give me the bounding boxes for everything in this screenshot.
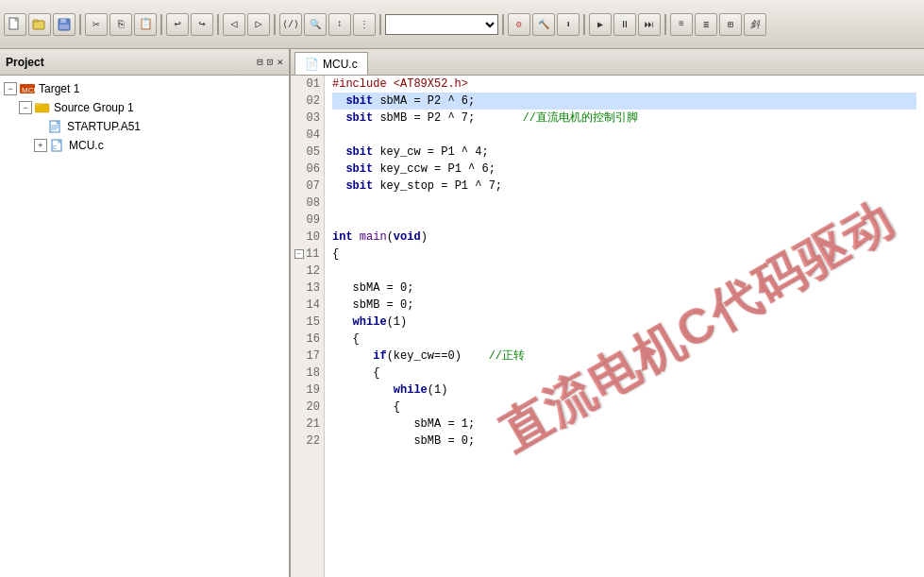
line-num-12: 12 — [291, 263, 324, 280]
code-line-02: sbit sbMA = P2 ^ 6; — [332, 93, 916, 110]
toolbar-btn-debug1[interactable]: ▶ — [589, 13, 612, 36]
code-line-15: while(1) — [332, 314, 916, 331]
line-num-14: 14 — [291, 297, 324, 314]
target-dropdown[interactable]: Target 1 — [385, 14, 498, 35]
source-group-label: Source Group 1 — [54, 101, 134, 114]
project-pin-icon[interactable]: ⊟ — [257, 56, 263, 68]
toolbar-btn-8[interactable]: ⋮ — [353, 13, 376, 36]
svg-text:C: C — [53, 144, 58, 150]
fold-marker-11[interactable]: − — [294, 249, 304, 259]
line-num-10: 10 — [291, 229, 324, 246]
svg-text:MCU: MCU — [22, 86, 35, 94]
toolbar-sep4 — [274, 14, 276, 35]
code-lines[interactable]: #include <AT89X52.h> sbit sbMA = P2 ^ 6;… — [325, 76, 924, 577]
code-line-07: sbit key_stop = P1 ^ 7; — [332, 178, 916, 195]
svg-rect-6 — [59, 25, 69, 29]
toolbar-sep8 — [664, 14, 666, 35]
code-line-20: { — [332, 399, 916, 416]
line-num-17: 17 — [291, 348, 324, 365]
line-num-13: 13 — [291, 280, 324, 297]
toolbar-btn-align3[interactable]: ⊞ — [719, 13, 742, 36]
code-area[interactable]: 01 02 03 04 05 06 07 08 09 10 − 11 12 13 — [291, 76, 924, 577]
tree-expand-source-group[interactable]: − — [19, 101, 32, 114]
toolbar-btn-6[interactable]: 🔍 — [304, 13, 327, 36]
tree-expand-mcu[interactable]: + — [34, 139, 47, 152]
line-num-06: 06 — [291, 161, 324, 178]
tree-item-target1[interactable]: − MCU Target 1 — [4, 79, 285, 98]
code-panel: 📄 MCU.c 01 02 03 04 05 06 07 08 09 10 — [291, 49, 924, 577]
startup-label: STARTUP.A51 — [67, 120, 141, 133]
line-num-04: 04 — [291, 127, 324, 144]
toolbar-sep5 — [379, 14, 381, 35]
code-line-05: sbit key_cw = P1 ^ 4; — [332, 144, 916, 161]
toolbar-sep1 — [79, 14, 81, 35]
line-numbers: 01 02 03 04 05 06 07 08 09 10 − 11 12 13 — [291, 76, 325, 577]
toolbar-btn-align4[interactable]: 斜 — [744, 13, 766, 36]
line-num-11: − 11 — [291, 246, 324, 263]
line-num-15: 15 — [291, 314, 324, 331]
project-float-icon[interactable]: ⊡ — [267, 56, 274, 68]
code-line-13: sbMA = 0; — [332, 280, 916, 297]
tab-bar: 📄 MCU.c — [291, 49, 924, 76]
toolbar-btn-open[interactable] — [28, 13, 51, 36]
code-line-09 — [332, 212, 916, 229]
toolbar-btn-5[interactable]: ⟨/⟩ — [279, 13, 302, 36]
project-header-icons: ⊟ ⊡ ✕ — [257, 56, 283, 68]
toolbar-btn-rebuild[interactable]: 🔨 — [532, 13, 555, 36]
toolbar-btn-copy[interactable]: ⎘ — [109, 13, 132, 36]
code-line-18: { — [332, 365, 916, 382]
toolbar-btn-debug3[interactable]: ⏭ — [638, 13, 661, 36]
toolbar-btn-undo[interactable]: ↩ — [166, 13, 189, 36]
toolbar-btn-7[interactable]: ↕ — [328, 13, 351, 36]
startup-file-icon — [47, 119, 64, 134]
code-line-22: sbMB = 0; — [332, 433, 916, 450]
toolbar-btn-debug2[interactable]: ⏸ — [613, 13, 636, 36]
target-icon: MCU — [19, 81, 36, 96]
svg-rect-5 — [60, 19, 66, 23]
line-num-09: 09 — [291, 212, 324, 229]
target1-label: Target 1 — [39, 82, 79, 95]
code-line-04 — [332, 127, 916, 144]
code-line-12 — [332, 263, 916, 280]
line-num-19: 19 — [291, 382, 324, 399]
toolbar-btn-download[interactable]: ⬇ — [557, 13, 580, 36]
code-line-08 — [332, 195, 916, 212]
code-line-16: { — [332, 331, 916, 348]
code-content: 01 02 03 04 05 06 07 08 09 10 − 11 12 13 — [291, 76, 924, 577]
tree-item-mcu[interactable]: + C MCU.c — [4, 136, 285, 155]
tree-item-source-group[interactable]: − Source Group 1 — [4, 98, 285, 117]
line-num-02: 02 — [291, 93, 324, 110]
project-panel: Project ⊟ ⊡ ✕ − MCU Target 1 — [0, 49, 291, 577]
code-line-21: sbMA = 1; — [332, 416, 916, 433]
line-num-03: 03 — [291, 110, 324, 127]
toolbar-btn-cut[interactable]: ✂ — [85, 13, 108, 36]
toolbar-btn-align2[interactable]: ≣ — [695, 13, 717, 36]
toolbar-btn-save[interactable] — [53, 13, 76, 36]
toolbar-btn-new[interactable] — [4, 13, 26, 36]
line-num-05: 05 — [291, 144, 324, 161]
project-header: Project ⊟ ⊡ ✕ — [0, 49, 289, 76]
mcu-label: MCU.c — [69, 139, 104, 152]
code-line-06: sbit key_ccw = P1 ^ 6; — [332, 161, 916, 178]
tree-expand-target1[interactable]: − — [4, 82, 17, 95]
project-close-icon[interactable]: ✕ — [277, 56, 283, 68]
code-line-01: #include <AT89X52.h> — [332, 76, 916, 93]
toolbar-sep2 — [160, 14, 162, 35]
svg-rect-3 — [33, 20, 38, 22]
toolbar-sep6 — [502, 14, 504, 35]
line-num-22: 22 — [291, 433, 324, 450]
toolbar-btn-paste[interactable]: 📋 — [134, 13, 157, 36]
toolbar-btn-nav-fwd[interactable]: ▷ — [247, 13, 270, 36]
project-tree: − MCU Target 1 − Source — [0, 76, 289, 577]
toolbar-btn-align1[interactable]: ≡ — [670, 13, 693, 36]
toolbar: ✂ ⎘ 📋 ↩ ↪ ◁ ▷ ⟨/⟩ 🔍 ↕ ⋮ Target 1 ⚙ 🔨 ⬇ ▶… — [0, 0, 924, 49]
toolbar-btn-redo[interactable]: ↪ — [191, 13, 213, 36]
toolbar-btn-nav-back[interactable]: ◁ — [223, 13, 245, 36]
tab-doc-icon: 📄 — [305, 58, 319, 71]
toolbar-btn-build[interactable]: ⚙ — [508, 13, 530, 36]
tree-item-startup[interactable]: STARTUP.A51 — [4, 117, 285, 136]
tab-mcu[interactable]: 📄 MCU.c — [294, 52, 368, 75]
code-line-11: { — [332, 246, 916, 263]
code-line-14: sbMB = 0; — [332, 297, 916, 314]
code-line-03: sbit sbMB = P2 ^ 7; //直流电机的控制引脚 — [332, 110, 916, 127]
